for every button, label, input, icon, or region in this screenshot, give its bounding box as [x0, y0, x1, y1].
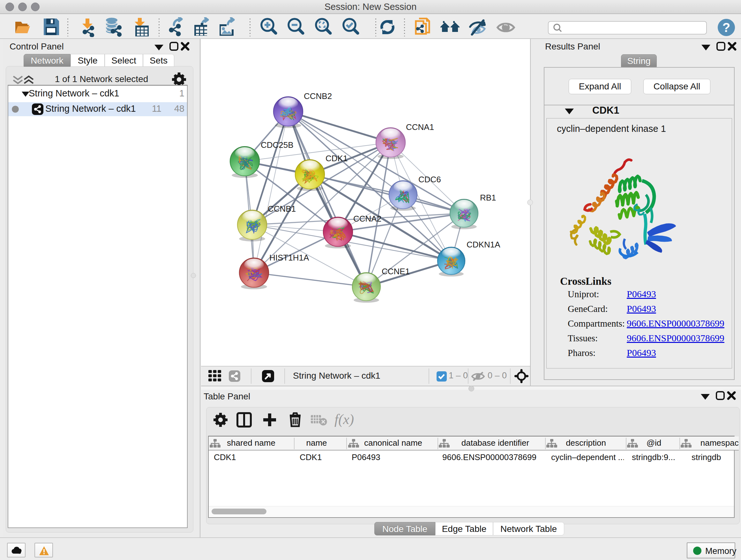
svg-text:CCNA1: CCNA1: [406, 122, 434, 132]
svg-text:CCNB2: CCNB2: [304, 91, 332, 101]
svg-text:CDC6: CDC6: [418, 175, 441, 184]
svg-text:CCNE1: CCNE1: [382, 266, 410, 276]
svg-text:HIST1H1A: HIST1H1A: [269, 253, 309, 262]
svg-text:CDKN1A: CDKN1A: [467, 240, 500, 249]
svg-text:RB1: RB1: [480, 193, 496, 202]
svg-text:CDK1: CDK1: [326, 153, 347, 163]
svg-text:CCNA2: CCNA2: [353, 214, 381, 224]
svg-text:CDC25B: CDC25B: [261, 140, 293, 150]
svg-text:?: ?: [723, 20, 730, 35]
svg-text:CCNB1: CCNB1: [268, 204, 296, 213]
